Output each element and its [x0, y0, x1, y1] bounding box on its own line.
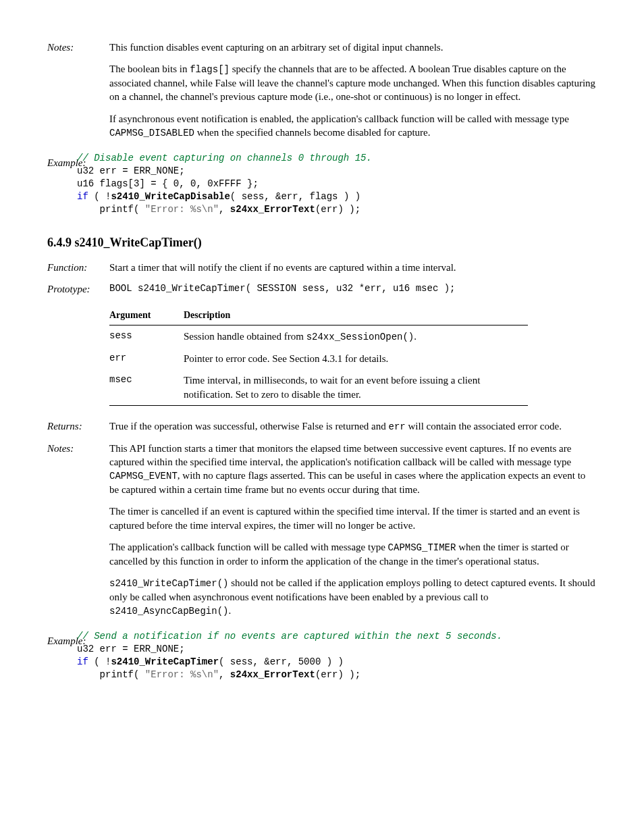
returns-text: True if the operation was successful, ot…	[109, 419, 597, 434]
notes2-p4: s2410_WriteCapTimer() should not be call…	[109, 576, 597, 618]
table-row: sess Session handle obtained from s24xx_…	[109, 325, 528, 348]
label-notes: Notes:	[47, 41, 109, 148]
notes-block-2: Notes: This API function starts a timer …	[47, 442, 597, 626]
args-table-row: Argument Description sess Session handle…	[47, 304, 597, 411]
notes1-content: This function disables event capturing o…	[109, 41, 597, 148]
notes1-p3: If asynchronous event notification is en…	[109, 112, 597, 140]
label-returns: Returns:	[47, 419, 109, 434]
table-header: Argument Description	[109, 307, 528, 325]
notes2-p1: This API function starts a timer that mo…	[109, 442, 597, 497]
function-row: Function: Start a timer that will notify…	[47, 261, 597, 274]
section-heading: 6.4.9 s2410_WriteCapTimer()	[47, 234, 597, 251]
notes-block-1: Notes: This function disables event capt…	[47, 41, 597, 148]
returns-row: Returns: True if the operation was succe…	[47, 419, 597, 434]
function-text: Start a timer that will notify the clien…	[109, 261, 597, 274]
table-row: err Pointer to error code. See Section 4…	[109, 348, 528, 369]
notes2-p3: The application's callback function will…	[109, 540, 597, 568]
notes2-content: This API function starts a timer that mo…	[109, 442, 597, 626]
table-row: msec Time interval, in milliseconds, to …	[109, 369, 528, 405]
label-function: Function:	[47, 261, 109, 274]
argument-table: Argument Description sess Session handle…	[109, 307, 528, 406]
prototype-text: BOOL s2410_WriteCapTimer( SESSION sess, …	[109, 282, 597, 296]
code-flags: flags[]	[190, 64, 230, 75]
label-prototype: Prototype:	[47, 282, 109, 296]
label-notes2: Notes:	[47, 442, 109, 626]
code-capmsg-disabled: CAPMSG_DISABLED	[109, 128, 194, 138]
notes1-p1: This function disables event capturing o…	[109, 41, 597, 54]
notes2-p2: The timer is cancelled if an event is ca…	[109, 504, 597, 532]
prototype-row: Prototype: BOOL s2410_WriteCapTimer( SES…	[47, 282, 597, 296]
notes1-p2: The boolean bits in flags[] specify the …	[109, 62, 597, 103]
